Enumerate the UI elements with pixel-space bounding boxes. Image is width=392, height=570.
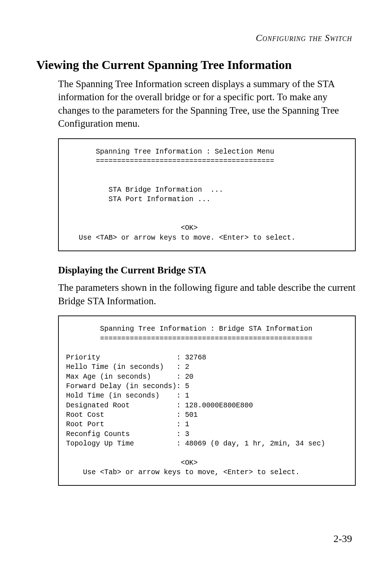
term1-item-port[interactable]: STA Port Information ... — [66, 195, 211, 203]
term1-hint: Use <TAB> or arrow keys to move. <Enter>… — [66, 234, 295, 242]
intro-paragraph: The Spanning Tree Information screen dis… — [58, 77, 356, 130]
body-column: The Spanning Tree Information screen dis… — [58, 77, 356, 486]
terminal-bridge-sta: Spanning Tree Information : Bridge STA I… — [58, 315, 356, 486]
subsection-title: Displaying the Current Bridge STA — [58, 264, 356, 277]
term2-row-reconfig-counts: Reconfig Counts : 3 — [66, 430, 189, 438]
term2-row-hello-time: Hello Time (in seconds) : 2 — [66, 363, 189, 371]
terminal-selection-menu-text: Spanning Tree Information : Selection Me… — [66, 147, 348, 243]
term1-divider: ========================================… — [66, 157, 274, 165]
term2-row-max-age: Max Age (in seconds) : 20 — [66, 373, 193, 381]
term2-title: Spanning Tree Information : Bridge STA I… — [66, 325, 313, 333]
term2-divider: ========================================… — [66, 335, 313, 343]
section-title: Viewing the Current Spanning Tree Inform… — [36, 58, 356, 72]
term2-row-forward-delay: Forward Delay (in seconds): 5 — [66, 382, 189, 390]
term1-title: Spanning Tree Information : Selection Me… — [66, 148, 274, 156]
term2-row-priority: Priority : 32768 — [66, 354, 206, 362]
running-head: Configuring the Switch — [36, 33, 352, 44]
term2-row-root-cost: Root Cost : 501 — [66, 411, 198, 419]
term2-row-designated-root: Designated Root : 128.0000E800E800 — [66, 402, 253, 410]
subsection-paragraph: The parameters shown in the following fi… — [58, 281, 356, 308]
term1-item-bridge[interactable]: STA Bridge Information ... — [66, 186, 223, 194]
term2-row-hold-time: Hold Time (in seconds) : 1 — [66, 392, 189, 400]
term2-hint: Use <Tab> or arrow keys to move, <Enter>… — [66, 468, 300, 476]
term2-row-root-port: Root Port : 1 — [66, 420, 189, 428]
page-number: 2-39 — [334, 533, 352, 545]
terminal-selection-menu: Spanning Tree Information : Selection Me… — [58, 138, 356, 251]
page: Configuring the Switch Viewing the Curre… — [0, 0, 392, 570]
term1-ok-button[interactable]: <OK> — [66, 224, 198, 232]
term2-ok-button[interactable]: <OK> — [66, 459, 198, 467]
term2-row-topology-up: Topology Up Time : 48069 (0 day, 1 hr, 2… — [66, 440, 325, 448]
terminal-bridge-sta-text: Spanning Tree Information : Bridge STA I… — [66, 324, 348, 477]
